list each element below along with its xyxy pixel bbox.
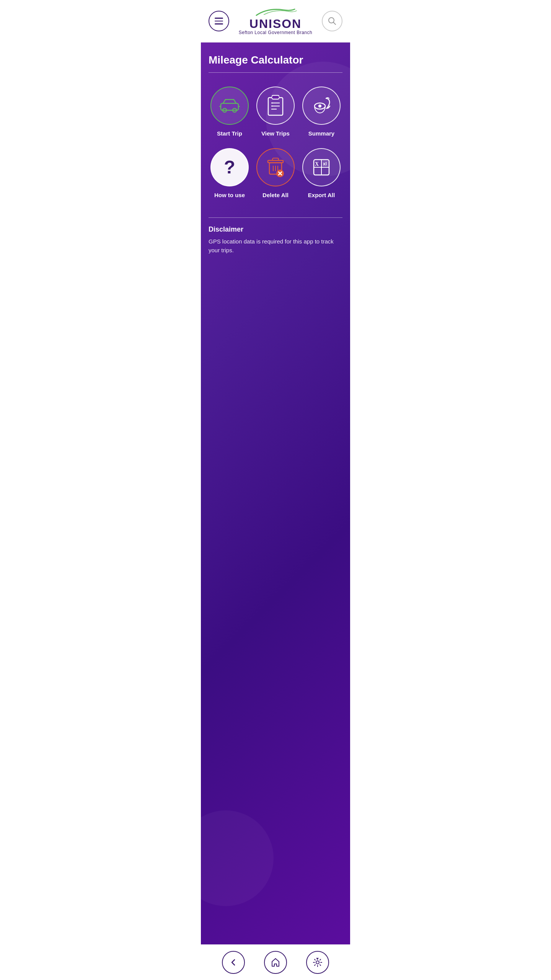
- back-icon: [229, 958, 238, 967]
- settings-button[interactable]: [306, 951, 329, 974]
- svg-point-16: [318, 105, 321, 108]
- header: UNISON Sefton Local Government Branch: [201, 0, 350, 42]
- start-trip-circle: [210, 87, 249, 125]
- home-button[interactable]: [264, 951, 287, 974]
- how-to-use-label: How to use: [214, 192, 245, 198]
- logo-subtitle: Sefton Local Government Branch: [239, 30, 312, 35]
- page-title: Mileage Calculator: [209, 54, 342, 66]
- summary-icon: [311, 95, 331, 116]
- menu-button[interactable]: [209, 11, 229, 31]
- delete-icon: [266, 157, 285, 178]
- export-all-circle: X xl: [302, 148, 341, 186]
- list-icon: [266, 95, 285, 117]
- disclaimer-title: Disclaimer: [209, 225, 342, 234]
- hamburger-icon: [215, 18, 223, 24]
- help-icon: ?: [224, 158, 235, 176]
- svg-line-1: [334, 23, 336, 25]
- logo-text: UNISON: [249, 18, 302, 30]
- car-icon: [218, 98, 241, 113]
- excel-icon: X xl: [311, 157, 331, 177]
- delete-all-item[interactable]: Delete All: [254, 148, 297, 198]
- summary-item[interactable]: Summary: [300, 87, 342, 137]
- bottom-nav: [201, 944, 350, 980]
- view-trips-item[interactable]: View Trips: [254, 87, 297, 137]
- title-divider: [209, 72, 342, 73]
- svg-rect-9: [272, 96, 279, 98]
- disclaimer-section: Disclaimer GPS location data is required…: [209, 217, 342, 255]
- home-icon: [271, 958, 280, 967]
- export-all-item[interactable]: X xl Export All: [300, 148, 342, 198]
- export-all-label: Export All: [308, 192, 335, 198]
- how-to-use-item[interactable]: ? How to use: [209, 148, 251, 198]
- settings-icon: [313, 957, 323, 967]
- search-button[interactable]: [322, 11, 342, 31]
- main-content: Mileage Calculator Start Trip: [201, 42, 350, 944]
- svg-text:xl: xl: [323, 161, 327, 167]
- logo: UNISON Sefton Local Government Branch: [239, 7, 312, 35]
- svg-point-32: [316, 961, 319, 964]
- how-to-use-circle: ?: [210, 148, 249, 186]
- view-trips-circle: [256, 87, 295, 125]
- back-button[interactable]: [222, 951, 245, 974]
- search-icon: [328, 16, 337, 26]
- disclaimer-divider: [209, 217, 342, 218]
- svg-text:X: X: [315, 161, 319, 167]
- svg-rect-19: [272, 158, 279, 160]
- delete-all-circle: [256, 148, 295, 186]
- summary-label: Summary: [308, 130, 334, 137]
- start-trip-label: Start Trip: [217, 130, 242, 137]
- delete-all-label: Delete All: [262, 192, 289, 198]
- disclaimer-text: GPS location data is required for this a…: [209, 237, 342, 255]
- logo-swoosh-icon: [253, 7, 298, 18]
- buttons-grid: Start Trip View Trips: [209, 87, 342, 198]
- summary-circle: [302, 87, 341, 125]
- view-trips-label: View Trips: [261, 130, 290, 137]
- start-trip-item[interactable]: Start Trip: [209, 87, 251, 137]
